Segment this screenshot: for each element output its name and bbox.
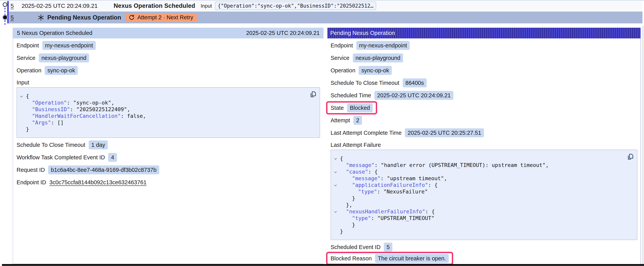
field-row-service: Service nexus-playground — [16, 54, 320, 62]
json-code-line: "nexusHandlerFailureInfo": { — [331, 208, 625, 215]
timeline-dashed-connector — [4, 20, 6, 25]
pending-panel-body: Endpoint my-nexus-endpoint Service nexus… — [328, 39, 640, 263]
event-id-link[interactable]: 5 — [10, 14, 14, 21]
scheduled-panel-timestamp: 2025-02-25 UTC 20:24:09.21 — [246, 30, 320, 36]
timeline-active-bar — [7, 1, 9, 24]
json-code-line: } — [17, 126, 308, 132]
field-label: Endpoint — [16, 42, 39, 49]
json-code-line: } — [331, 221, 625, 228]
json-code-line: }, — [331, 201, 625, 208]
copy-icon[interactable] — [627, 153, 634, 160]
code-gutter — [331, 164, 340, 166]
field-value-chip: 1 day — [89, 140, 108, 149]
json-code-line: "Operation": "sync-op-ok", — [17, 99, 308, 106]
retry-icon — [129, 15, 135, 21]
input-preview-chip[interactable]: {"Operation":"sync-op-ok","BusinessID":"… — [215, 2, 376, 10]
pending-operation-detail-panel: Pending Nexus Operation Endpoint my-nexu… — [328, 28, 641, 266]
field-value-chip: my-nexus-endpoint — [42, 41, 96, 50]
code-gutter — [17, 122, 26, 123]
bottom-divider-bar — [2, 264, 644, 266]
timeline-dashed-connector — [4, 8, 6, 15]
timeline-node-open-icon — [3, 2, 7, 7]
collapse-chevron-icon[interactable] — [331, 157, 340, 160]
field-label: State — [330, 105, 344, 111]
timeline-node-current-icon — [3, 16, 7, 19]
collapse-chevron-icon[interactable] — [17, 94, 26, 98]
code-gutter — [17, 115, 26, 116]
field-value-chip: 2 — [354, 116, 362, 125]
json-code-line: "message": "upstream timeout", — [331, 175, 625, 182]
pending-operation-title: Pending Nexus Operation — [47, 14, 121, 21]
field-label: Scheduled Event ID — [330, 244, 380, 250]
code-gutter — [331, 178, 340, 179]
json-code-line: "BusinessID": "20250225122409", — [17, 106, 308, 113]
failure-json-viewer: {"message": "handler error (UPSTREAM_TIM… — [330, 150, 637, 240]
retry-badge-label: Attempt 2 · Next Retry — [138, 14, 193, 21]
collapse-chevron-icon[interactable] — [331, 210, 340, 213]
scheduled-panel-header: 5 Nexus Operation Scheduled 2025-02-25 U… — [13, 28, 324, 39]
field-row-endpoint: Endpoint my-nexus-endpoint — [16, 41, 320, 50]
code-gutter — [331, 224, 340, 225]
endpoint-id-link[interactable]: 3c0c75ccfa8144b092c13ce632463761 — [50, 179, 146, 186]
field-value-chip: 2025-02-25 UTC 20:25:27.51 — [405, 128, 484, 137]
field-row-operation: Operation sync-op-ok — [16, 66, 320, 75]
code-gutter — [331, 197, 340, 199]
field-label: Endpoint ID — [16, 179, 46, 186]
field-row-last-attempt-complete-time: Last Attempt Complete Time 2025-02-25 UT… — [330, 129, 637, 137]
event-timestamp: 2025-02-25 UTC 20:24:09.21 — [22, 3, 98, 9]
field-label: Last Attempt Complete Time — [330, 130, 402, 136]
json-code-line: { — [331, 155, 625, 162]
field-row-service: Service nexus-playground — [330, 54, 637, 62]
json-code-line: { — [17, 93, 308, 99]
json-code-line: "cause": { — [331, 168, 625, 175]
field-row-blocked-reason: Blocked Reason The circuit breaker is op… — [330, 254, 637, 263]
vertical-scrollbar[interactable] — [642, 26, 644, 266]
pending-panel-header: Pending Nexus Operation — [328, 28, 640, 39]
field-value-chip: b1c6a4bc-8ee7-468a-9169-df3b02c8737b — [48, 165, 159, 174]
field-row-schedule-to-close: Schedule To Close Timeout 1 day — [16, 141, 320, 149]
field-label: Request ID — [16, 167, 45, 173]
field-row-attempt: Attempt 2 — [330, 116, 637, 125]
copy-icon[interactable] — [310, 91, 316, 98]
field-row-wft-completed-event-id: Workflow Task Completed Event ID 4 — [16, 153, 320, 162]
field-label: Scheduled Time — [330, 92, 371, 99]
json-code-line: "Args": [] — [17, 119, 308, 126]
history-event-detail-view: 5 2025-02-25 UTC 20:24:09.21 Nexus Opera… — [0, 0, 644, 266]
field-value-chip: nexus-playground — [39, 54, 89, 62]
pending-asterisk-icon — [38, 14, 44, 21]
retry-status-badge: Attempt 2 · Next Retry — [125, 13, 197, 22]
code-gutter — [17, 102, 26, 103]
json-code-line: } — [331, 195, 625, 201]
scheduled-panel-body: Endpoint my-nexus-endpoint Service nexus… — [13, 39, 324, 187]
field-label: Schedule To Close Timeout — [330, 80, 400, 86]
pending-panel-title: Pending Nexus Operation — [330, 30, 395, 36]
collapse-chevron-icon[interactable] — [331, 170, 340, 173]
collapse-chevron-icon[interactable] — [331, 183, 340, 186]
field-value-chip: 4 — [108, 153, 117, 162]
event-summary-row[interactable]: 5 2025-02-25 UTC 20:24:09.21 Nexus Opera… — [9, 1, 642, 11]
code-gutter — [331, 191, 340, 192]
state-value-chip: Blocked — [347, 103, 373, 112]
scheduled-panel-title: 5 Nexus Operation Scheduled — [17, 30, 92, 36]
last-attempt-failure-label: Last Attempt Failure — [330, 141, 637, 149]
event-id-link[interactable]: 5 — [10, 3, 14, 9]
field-row-scheduled-time: Scheduled Time 2025-02-25 UTC 20:24:09.2… — [330, 91, 637, 100]
field-label: Operation — [16, 67, 41, 74]
field-value-chip: sync-op-ok — [45, 66, 78, 75]
field-label: Service — [330, 55, 350, 61]
field-label: Workflow Task Completed Event ID — [16, 154, 105, 161]
field-value-chip: my-nexus-endpoint — [356, 41, 410, 50]
state-highlight-box: State Blocked — [326, 101, 377, 114]
field-label: Operation — [330, 67, 355, 74]
pending-operation-row[interactable]: 5 Pending Nexus Operation Attempt 2 · Ne… — [9, 12, 642, 24]
blocked-reason-value-chip: The circuit breaker is open. — [375, 254, 449, 263]
json-code-line: } — [331, 228, 625, 235]
field-value-chip: nexus-playground — [353, 54, 403, 62]
input-preview-label: Input — [200, 3, 212, 9]
input-section-label: Input — [16, 79, 320, 86]
field-row-endpoint: Endpoint my-nexus-endpoint — [330, 41, 637, 50]
field-row-state: State Blocked — [330, 104, 637, 112]
blocked-reason-highlight-box: Blocked Reason The circuit breaker is op… — [326, 252, 453, 265]
json-code-line: "message": "handler error (UPSTREAM_TIME… — [331, 162, 625, 168]
event-detail-panel-scheduled: 5 Nexus Operation Scheduled 2025-02-25 U… — [13, 28, 324, 264]
